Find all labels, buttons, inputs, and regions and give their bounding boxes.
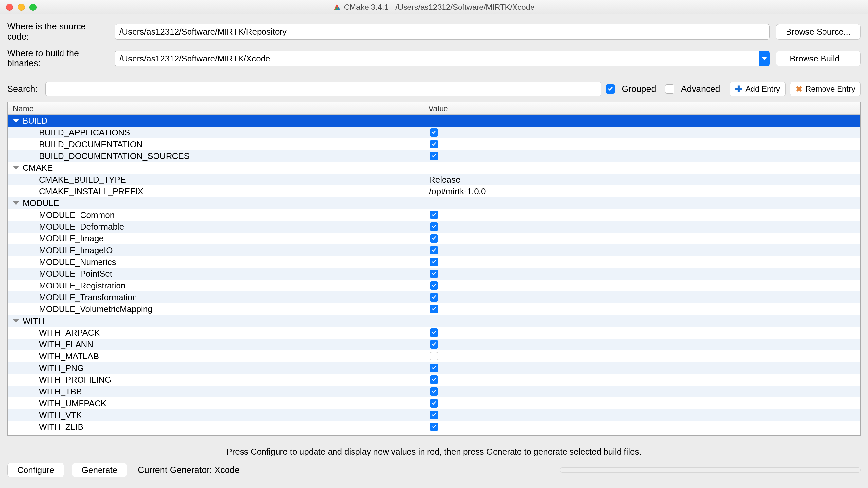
entry-name: WITH_PROFILING: [39, 375, 423, 385]
table-row[interactable]: MODULE_Transformation: [7, 291, 861, 303]
value-checkbox[interactable]: [430, 258, 438, 266]
configure-button[interactable]: Configure: [7, 463, 64, 477]
svg-marker-21: [432, 401, 436, 404]
cache-table: Name Value BUILD BUILD_APPLICATIONS BUIL…: [7, 102, 861, 436]
table-row[interactable]: CMAKE_INSTALL_PREFIX /opt/mirtk-1.0.0: [7, 186, 861, 197]
advanced-checkbox[interactable]: [665, 85, 674, 94]
svg-marker-12: [432, 284, 436, 287]
current-generator-label: Current Generator: Xcode: [138, 465, 240, 475]
remove-entry-button[interactable]: ✖Remove Entry: [790, 82, 861, 96]
group-label: BUILD: [23, 116, 48, 126]
grouped-checkbox[interactable]: [606, 85, 615, 94]
build-path-dropdown-button[interactable]: [759, 51, 770, 66]
table-row[interactable]: MODULE_Numerics: [7, 256, 861, 268]
table-row[interactable]: WITH_ZLIB: [7, 421, 861, 433]
source-path-input[interactable]: /Users/as12312/Software/MIRTK/Repository: [115, 24, 770, 40]
value-checkbox[interactable]: [430, 140, 438, 149]
value-checkbox[interactable]: [430, 222, 438, 231]
value-checkbox[interactable]: [430, 234, 438, 243]
table-row[interactable]: MODULE_Registration: [7, 280, 861, 291]
value-checkbox[interactable]: [430, 269, 438, 278]
group-row-module[interactable]: MODULE: [7, 197, 861, 209]
table-row[interactable]: WITH_VTK: [7, 409, 861, 421]
advanced-label: Advanced: [681, 84, 720, 94]
value-checkbox[interactable]: [430, 281, 438, 290]
svg-marker-13: [432, 295, 436, 299]
table-row[interactable]: WITH_MATLAB: [7, 350, 861, 362]
value-checkbox[interactable]: [430, 399, 438, 408]
value-checkbox[interactable]: [430, 352, 438, 360]
hint-text: Press Configure to update and display ne…: [0, 447, 868, 457]
entry-name: MODULE_ImageIO: [39, 245, 423, 255]
table-row[interactable]: WITH_TBB: [7, 386, 861, 397]
value-checkbox[interactable]: [430, 411, 438, 419]
build-path-label: Where to build the binaries:: [7, 48, 108, 69]
table-row[interactable]: WITH_ARPACK: [7, 327, 861, 338]
table-row[interactable]: MODULE_VolumetricMapping: [7, 303, 861, 315]
close-window-button[interactable]: [6, 4, 13, 11]
maximize-window-button[interactable]: [29, 4, 37, 11]
entry-name: MODULE_Registration: [39, 281, 423, 291]
value-checkbox[interactable]: [430, 305, 438, 313]
table-row[interactable]: WITH_PNG: [7, 362, 861, 374]
table-row[interactable]: MODULE_Image: [7, 233, 861, 244]
table-row[interactable]: BUILD_APPLICATIONS: [7, 127, 861, 138]
value-checkbox[interactable]: [430, 376, 438, 384]
table-row[interactable]: BUILD_DOCUMENTATION_SOURCES: [7, 150, 861, 162]
value-checkbox[interactable]: [430, 210, 438, 219]
value-checkbox[interactable]: [430, 340, 438, 349]
progress-bar: [560, 467, 861, 473]
build-path-input[interactable]: /Users/as12312/Software/MIRTK/Xcode: [115, 51, 759, 66]
table-row[interactable]: BUILD_DOCUMENTATION: [7, 138, 861, 150]
svg-marker-15: [432, 331, 436, 334]
value-checkbox[interactable]: [430, 293, 438, 301]
table-row[interactable]: WITH_UMFPACK: [7, 397, 861, 409]
x-icon: ✖: [796, 85, 802, 94]
search-input[interactable]: [45, 82, 601, 96]
value-checkbox[interactable]: [430, 387, 438, 396]
svg-marker-7: [432, 225, 436, 228]
disclosure-triangle-icon: [13, 166, 19, 170]
cmake-logo-icon: [334, 4, 341, 10]
value-checkbox[interactable]: [430, 328, 438, 337]
value-checkbox[interactable]: [430, 128, 438, 137]
value-checkbox[interactable]: [430, 423, 438, 431]
table-row[interactable]: WITH_PROFILING: [7, 374, 861, 386]
group-row-build[interactable]: BUILD: [7, 115, 861, 127]
value-text[interactable]: /opt/mirtk-1.0.0: [429, 187, 486, 197]
entry-name: BUILD_DOCUMENTATION: [39, 139, 423, 150]
table-row[interactable]: WITH_FLANN: [7, 338, 861, 350]
search-label: Search:: [7, 84, 38, 94]
group-label: MODULE: [23, 198, 59, 208]
table-row[interactable]: MODULE_ImageIO: [7, 244, 861, 256]
generate-button[interactable]: Generate: [72, 463, 127, 477]
build-path-combobox[interactable]: /Users/as12312/Software/MIRTK/Xcode: [115, 51, 770, 66]
value-checkbox[interactable]: [430, 364, 438, 372]
entry-name: MODULE_Transformation: [39, 292, 423, 302]
group-row-cmake[interactable]: CMAKE: [7, 162, 861, 174]
plus-icon: ✚: [735, 84, 742, 94]
value-text[interactable]: Release: [429, 175, 460, 185]
table-row[interactable]: MODULE_PointSet: [7, 268, 861, 280]
table-row[interactable]: MODULE_Deformable: [7, 221, 861, 233]
minimize-window-button[interactable]: [18, 4, 25, 11]
disclosure-triangle-icon: [13, 319, 19, 323]
add-entry-button[interactable]: ✚Add Entry: [730, 82, 785, 96]
svg-marker-11: [432, 272, 436, 275]
table-row[interactable]: MODULE_Common: [7, 209, 861, 221]
column-header-name[interactable]: Name: [7, 104, 423, 113]
group-row-with[interactable]: WITH: [7, 315, 861, 327]
svg-marker-22: [432, 413, 436, 416]
entry-name: CMAKE_INSTALL_PREFIX: [39, 187, 423, 197]
svg-marker-16: [432, 343, 436, 346]
browse-build-button[interactable]: Browse Build...: [776, 51, 861, 66]
entry-name: BUILD_DOCUMENTATION_SOURCES: [39, 151, 423, 161]
value-checkbox[interactable]: [430, 152, 438, 160]
svg-marker-1: [608, 87, 613, 91]
svg-marker-4: [432, 142, 436, 145]
value-checkbox[interactable]: [430, 246, 438, 255]
table-row[interactable]: CMAKE_BUILD_TYPE Release: [7, 174, 861, 186]
entry-name: MODULE_Image: [39, 233, 423, 244]
column-header-value[interactable]: Value: [423, 104, 861, 113]
browse-source-button[interactable]: Browse Source...: [776, 24, 861, 40]
